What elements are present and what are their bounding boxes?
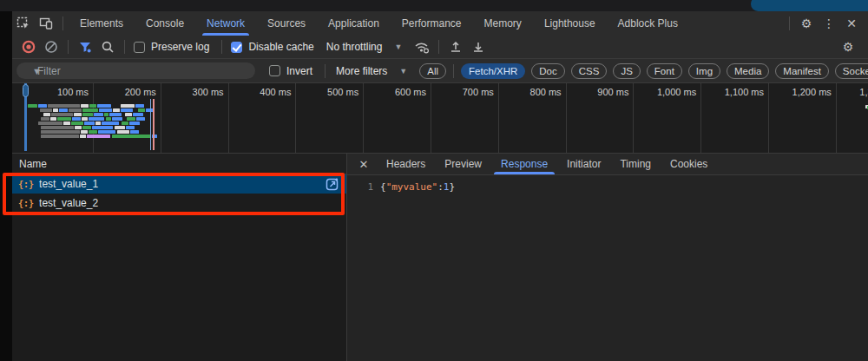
detail-tab-timing[interactable]: Timing — [610, 154, 661, 174]
clear-network-log-icon[interactable] — [40, 37, 62, 56]
line-number: 1 — [347, 181, 380, 193]
waterfall-bar — [126, 126, 135, 129]
timeline-overview[interactable]: 100 ms200 ms300 ms400 ms500 ms600 ms700 … — [12, 83, 868, 154]
waterfall-bar — [72, 117, 81, 121]
waterfall-bar — [89, 130, 97, 134]
preserve-log-checkbox[interactable] — [134, 42, 145, 53]
invert-label[interactable]: Invert — [286, 65, 312, 77]
name-column-header[interactable]: Name — [12, 154, 346, 174]
devtools-window: ElementsConsoleNetworkSourcesApplication… — [0, 0, 868, 361]
waterfall-bar — [130, 130, 139, 134]
inspect-element-icon[interactable] — [12, 14, 35, 33]
filter-pill-media[interactable]: Media — [727, 63, 769, 79]
waterfall-bar — [99, 108, 112, 112]
divider — [124, 40, 125, 54]
export-har-icon[interactable] — [467, 37, 490, 56]
filter-pill-css[interactable]: CSS — [571, 63, 608, 79]
filter-pill-fetch-xhr[interactable]: Fetch/XHR — [461, 63, 525, 79]
settings-gear-icon[interactable]: ⚙ — [795, 14, 818, 33]
waterfall-bar — [69, 108, 82, 112]
waterfall-bar — [53, 108, 58, 112]
tick-label: 100 ms — [26, 87, 89, 97]
detail-tab-initiator[interactable]: Initiator — [557, 154, 610, 174]
tick-label: 500 ms — [296, 87, 358, 97]
waterfall-bar — [122, 121, 128, 125]
overview-left-handle-knob[interactable] — [23, 84, 29, 97]
waterfall-bar — [80, 135, 86, 138]
record-network-log-icon[interactable] — [17, 37, 40, 56]
waterfall-bar — [89, 104, 96, 108]
tick-label: 900 ms — [566, 87, 628, 97]
divider — [221, 40, 222, 54]
waterfall-bar — [82, 126, 91, 129]
filter-pill-doc[interactable]: Doc — [531, 63, 564, 79]
network-conditions-icon[interactable] — [411, 37, 433, 56]
tick-label: 800 ms — [499, 87, 562, 97]
import-har-icon[interactable] — [444, 37, 467, 56]
tab-adblock-plus[interactable]: Adblock Plus — [607, 11, 689, 36]
waterfall-bar — [106, 117, 111, 121]
throttling-select[interactable]: No throttling — [326, 41, 383, 53]
divider — [789, 16, 790, 30]
waterfall-bar — [28, 104, 37, 108]
disable-cache-checkbox[interactable] — [231, 42, 242, 53]
filter-input[interactable] — [16, 62, 255, 79]
tab-bar-right-controls: ⚙ ⋮ ✕ — [784, 14, 868, 33]
tab-lighthouse[interactable]: Lighthouse — [533, 11, 607, 36]
preserve-log-label[interactable]: Preserve log — [151, 41, 209, 53]
filter-pill-img[interactable]: Img — [688, 63, 720, 79]
tab-network[interactable]: Network — [195, 11, 256, 36]
waterfall-bar — [127, 117, 135, 121]
waterfall-bar — [129, 121, 140, 125]
json-braces-icon: {:} — [18, 199, 34, 208]
detail-tab-response[interactable]: Response — [491, 154, 557, 174]
request-name: test_value_1 — [39, 178, 98, 190]
waterfall-bar — [74, 113, 82, 116]
filter-pill-js[interactable]: JS — [613, 63, 640, 79]
waterfall-bar — [112, 117, 122, 121]
filter-pill-font[interactable]: Font — [647, 63, 682, 79]
more-filters-button[interactable]: More filters — [336, 65, 387, 77]
request-rows: {:}test_value_1{:}test_value_2 — [12, 174, 346, 213]
tab-application[interactable]: Application — [317, 11, 391, 36]
close-devtools-icon[interactable]: ✕ — [840, 14, 863, 33]
waterfall-bar — [117, 130, 129, 134]
tab-console[interactable]: Console — [135, 11, 195, 36]
filter-funnel-icon[interactable] — [74, 37, 96, 56]
filter-pill-all[interactable]: All — [419, 63, 446, 79]
waterfall-bar — [133, 113, 143, 116]
network-settings-gear-icon[interactable]: ⚙ — [837, 37, 868, 56]
search-icon[interactable] — [96, 37, 119, 56]
filter-pill-socket[interactable]: Socket — [835, 63, 868, 79]
close-detail-icon[interactable]: ✕ — [354, 154, 373, 174]
waterfall-bar — [102, 121, 119, 125]
filter-pill-manifest[interactable]: Manifest — [775, 63, 828, 79]
request-row-test-value-2[interactable]: {:}test_value_2 — [12, 194, 346, 213]
waterfall-bar — [43, 113, 50, 116]
kebab-menu-icon[interactable]: ⋮ — [818, 14, 840, 33]
waterfall-bar — [48, 104, 80, 108]
chevron-down-icon[interactable]: ▼ — [394, 43, 402, 51]
chevron-down-icon[interactable]: ▼ — [399, 67, 407, 75]
tab-elements[interactable]: Elements — [69, 11, 135, 36]
token-key: "myvalue" — [386, 181, 438, 193]
tick-label: 400 ms — [228, 87, 291, 97]
devtools-tab-bar: ElementsConsoleNetworkSourcesApplication… — [12, 11, 868, 36]
waterfall-bar — [82, 108, 98, 112]
waterfall-bar — [51, 113, 73, 116]
invert-checkbox[interactable] — [269, 65, 280, 76]
device-toolbar-icon[interactable] — [35, 14, 57, 33]
disable-cache-label[interactable]: Disable cache — [248, 41, 313, 53]
waterfall-bar — [115, 126, 125, 129]
open-in-new-arrow-icon[interactable] — [326, 177, 339, 191]
detail-tab-cookies[interactable]: Cookies — [661, 154, 717, 174]
detail-tab-preview[interactable]: Preview — [435, 154, 491, 174]
detail-tab-headers[interactable]: Headers — [377, 154, 435, 174]
filter-bar: ▼ Invert More filters ▼ AllFetch/XHRDocC… — [12, 59, 868, 83]
divider — [62, 16, 63, 30]
tab-memory[interactable]: Memory — [473, 11, 533, 36]
waterfall-bar — [71, 121, 83, 125]
tab-sources[interactable]: Sources — [256, 11, 317, 36]
request-row-test-value-1[interactable]: {:}test_value_1 — [12, 174, 346, 194]
tab-performance[interactable]: Performance — [391, 11, 473, 36]
